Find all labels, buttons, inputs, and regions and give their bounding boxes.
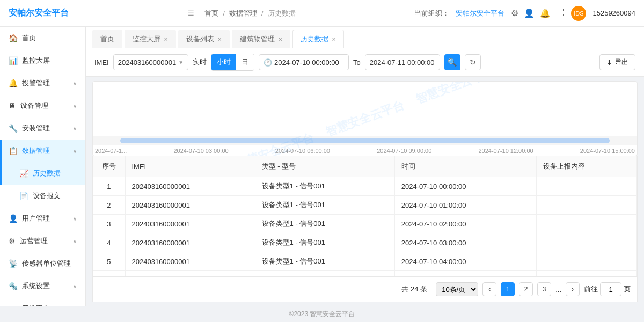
footer-text: ©2023 智慧安全云平台: [289, 310, 355, 318]
tab-close-device-list[interactable]: ✕: [217, 36, 222, 42]
cell-content: [537, 271, 637, 277]
th-num: 序号: [93, 156, 125, 177]
settings-icon[interactable]: ⚙: [511, 8, 518, 18]
cell-type: 设备类型1 - 信号001: [255, 233, 394, 252]
tab-history[interactable]: 历史数据✕: [292, 30, 344, 48]
sidebar-item-ops[interactable]: ⚙运营管理∨: [0, 230, 85, 252]
chart-slider[interactable]: [93, 136, 637, 145]
time-btn-day[interactable]: 日: [236, 54, 254, 70]
page-btn-1[interactable]: 1: [501, 282, 515, 296]
monitor-icon: 📊: [9, 56, 18, 65]
sidebar-item-device[interactable]: 🖥设备管理∨: [0, 94, 85, 117]
arrow-icon: ∨: [73, 216, 77, 222]
page-size-select[interactable]: 10条/页 20条/页 50条/页: [436, 282, 478, 296]
arrow-icon: ∨: [73, 80, 77, 86]
device-icon: 🖥: [9, 101, 16, 110]
sidebar-item-data[interactable]: 📋数据管理∨: [0, 140, 85, 162]
bell-icon[interactable]: 🔔: [540, 8, 551, 18]
page-btn-2[interactable]: 2: [519, 282, 533, 296]
refresh-button[interactable]: ↻: [465, 54, 481, 70]
imei-select[interactable]: 202403160000001 ▼: [113, 54, 188, 70]
history-label: 历史数据: [33, 169, 61, 178]
imei-arrow-icon: ▼: [178, 60, 184, 65]
tab-building[interactable]: 建筑物管理✕: [232, 30, 290, 48]
total-text: 共 24 条: [401, 284, 427, 294]
imei-value: 202403160000001: [118, 58, 176, 67]
tab-device-list[interactable]: 设备列表✕: [178, 30, 230, 48]
time-from-field[interactable]: [274, 58, 344, 67]
ops-label: 运营管理: [20, 236, 48, 246]
sidebar-item-install[interactable]: 🔧安装管理∨: [0, 117, 85, 140]
content-area: 首页监控大屏✕设备列表✕建筑物管理✕历史数据✕ IMEI 20240316000…: [86, 27, 644, 306]
page-label: 页: [624, 284, 631, 294]
device-label: 设备管理: [20, 101, 48, 111]
export-button[interactable]: ⬇ 导出: [599, 54, 635, 70]
search-button[interactable]: 🔍: [444, 54, 460, 70]
tab-home[interactable]: 首页: [92, 30, 122, 48]
fullscreen-icon[interactable]: ⛶: [556, 8, 565, 18]
tab-close-building[interactable]: ✕: [278, 36, 282, 42]
table-row: 5 202403160000001 设备类型1 - 信号001 2024-07-…: [93, 252, 637, 271]
tab-close-history[interactable]: ✕: [332, 36, 336, 42]
sidebar-item-dev-platform[interactable]: 💻开发平台∨: [0, 297, 85, 306]
jump-input[interactable]: [600, 282, 621, 296]
cell-imei: 202403160000001: [125, 196, 255, 215]
page-jump: 前往 页: [584, 282, 631, 296]
cell-content: [537, 196, 637, 215]
top-header: 安帕尔安全平台 ☰ 首页 / 数据管理 / 历史数据 当前组织： 安帕尔安全平台…: [0, 0, 644, 27]
th-content: 设备上报内容: [537, 156, 637, 177]
sidebar-item-history[interactable]: 📈历史数据: [0, 162, 85, 185]
user-icon[interactable]: 👤: [524, 8, 535, 18]
cell-time: 2024-07-10 00:00:00: [394, 177, 536, 196]
timeline-label-3: 2024-07-10 09:00:00: [377, 148, 431, 154]
time-from-input[interactable]: 🕐: [259, 54, 349, 70]
table-row: 1 202403160000001 设备类型1 - 信号001 2024-07-…: [93, 177, 637, 196]
tab-label-monitor: 监控大屏: [133, 34, 160, 44]
nav-current: 历史数据: [268, 9, 296, 18]
sensor-icon: 📡: [9, 259, 18, 268]
cell-content: [537, 177, 637, 196]
sidebar-item-system[interactable]: 🔩系统设置∨: [0, 275, 85, 297]
device-report-label: 设备报文: [33, 191, 61, 201]
time-btn-hour[interactable]: 小时: [211, 54, 236, 70]
sidebar-item-user-mgmt[interactable]: 👤用户管理∨: [0, 207, 85, 230]
nav-data-mgmt[interactable]: 数据管理: [229, 9, 257, 18]
cell-type: 设备类型1 - 信号001: [255, 215, 394, 233]
chart-slider-track[interactable]: [120, 138, 610, 143]
tab-close-monitor[interactable]: ✕: [164, 36, 168, 42]
logo: 安帕尔安全平台: [9, 8, 69, 19]
time-to-input[interactable]: 2024-07-11 00:00:00: [365, 54, 440, 70]
sidebar-item-home[interactable]: 🏠首页: [0, 27, 85, 49]
nav-home[interactable]: 首页: [204, 9, 218, 18]
sidebar-item-alarm[interactable]: 🔔投警管理∨: [0, 72, 85, 94]
ops-icon: ⚙: [9, 237, 16, 245]
dev-platform-icon: 💻: [9, 304, 18, 306]
sidebar-item-device-report[interactable]: 📄设备报文: [0, 185, 85, 207]
org-name[interactable]: 安帕尔安全平台: [456, 9, 504, 18]
hamburger-icon[interactable]: ☰: [188, 9, 194, 17]
page-ellipsis: ...: [555, 286, 561, 294]
table-row: 3 202403160000001 设备类型1 - 信号001 2024-07-…: [93, 215, 637, 233]
realtime-label: 实时: [193, 57, 207, 67]
install-label: 安装管理: [22, 123, 50, 133]
sidebar-item-monitor[interactable]: 📊监控大屏: [0, 49, 85, 72]
timeline-labels: 2024-07-1... 2024-07-10 03:00:00 2024-07…: [95, 148, 635, 154]
timeline-label-5: 2024-07-10 15:00:00: [580, 148, 635, 154]
dev-platform-label: 开发平台: [22, 304, 50, 306]
sidebar-item-sensor[interactable]: 📡传感器单位管理: [0, 252, 85, 275]
prev-page-button[interactable]: ‹: [482, 282, 496, 296]
cell-imei: 202403160000001: [125, 271, 255, 277]
cell-content: [537, 233, 637, 252]
sensor-label: 传感器单位管理: [22, 259, 71, 268]
tab-label-device-list: 设备列表: [186, 34, 214, 44]
tab-monitor[interactable]: 监控大屏✕: [125, 30, 176, 48]
org-label: 当前组织：: [414, 9, 449, 18]
imei-label: IMEI: [94, 58, 109, 67]
cell-num: 4: [93, 233, 125, 252]
next-page-button[interactable]: ›: [566, 282, 580, 296]
cell-time: 2024-07-10 04:00:00: [394, 252, 536, 271]
page-btn-3[interactable]: 3: [537, 282, 551, 296]
timeline-label-0: 2024-07-1...: [95, 148, 127, 154]
table-wrapper: 序号 IMEI 类型 - 型号 时间 设备上报内容 1 202403160000…: [92, 156, 638, 277]
timeline-label-4: 2024-07-10 12:00:00: [478, 148, 533, 154]
